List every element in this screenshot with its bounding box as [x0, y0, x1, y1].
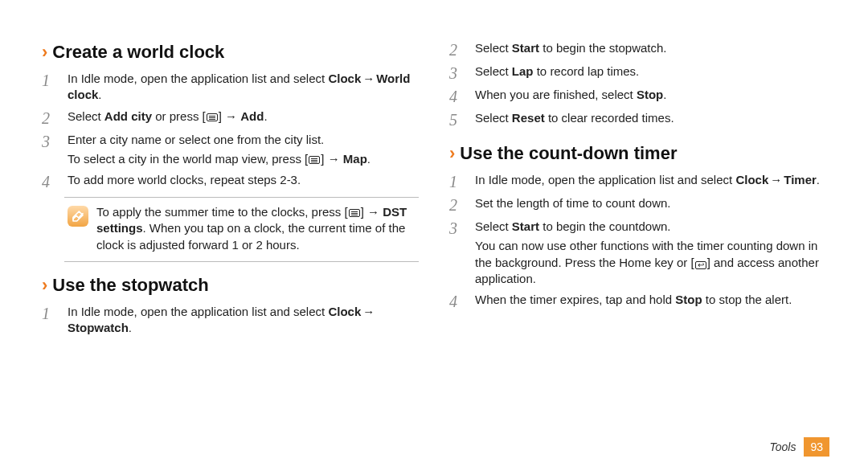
section-heading-timer: › Use the count-down timer [449, 143, 826, 164]
step-item: 2 Set the length of time to count down. [449, 195, 826, 214]
step-number: 4 [42, 172, 59, 190]
step-item: 4 When the timer expires, tap and hold S… [449, 292, 826, 310]
step-item: 3 Select Lap to record lap times. [449, 63, 826, 82]
footer-section: Tools [769, 440, 796, 453]
menu-icon [349, 209, 360, 217]
right-column: 2 Select Start to begin the stopwatch. 3… [449, 39, 826, 341]
step-number: 1 [42, 71, 59, 104]
step-text: In Idle mode, open the application list … [475, 172, 826, 190]
section-heading-world-clock: › Create a world clock [42, 42, 419, 63]
step-text: Select Lap to record lap times. [475, 63, 826, 82]
step-text: Set the length of time to count down. [475, 195, 826, 214]
step-text: Select Start to begin the stopwatch. [475, 40, 826, 59]
step-item: 3 Select Start to begin the countdown. Y… [449, 219, 826, 287]
chevron-icon: › [42, 43, 47, 61]
step-text: When the timer expires, tap and hold Sto… [475, 292, 826, 310]
step-text: When you are finished, select Stop. [475, 87, 826, 105]
section-heading-stopwatch: › Use the stopwatch [42, 275, 419, 296]
step-text: Select Add city or press [] → Add. [68, 109, 419, 127]
step-text: Select Reset to clear recorded times. [475, 110, 826, 129]
step-text: To add more world clocks, repeat steps 2… [68, 172, 419, 190]
step-item: 1 In Idle mode, open the application lis… [42, 304, 419, 337]
page-footer: Tools 93 [769, 437, 829, 457]
section-title: Use the count-down timer [460, 143, 677, 164]
step-number: 5 [449, 110, 467, 129]
step-text: Select Start to begin the countdown. You… [475, 219, 826, 287]
step-number: 1 [42, 304, 59, 337]
section-title: Use the stopwatch [52, 275, 208, 296]
step-number: 1 [449, 172, 467, 190]
step-number: 2 [449, 195, 467, 214]
step-number: 4 [449, 292, 467, 310]
menu-icon [207, 113, 218, 121]
section-title: Create a world clock [52, 42, 224, 63]
step-number: 3 [42, 132, 59, 168]
step-item: 5 Select Reset to clear recorded times. [449, 110, 826, 129]
note-box: To apply the summer time to the clocks, … [64, 197, 419, 262]
step-item: 1 In Idle mode, open the application lis… [449, 172, 826, 190]
step-number: 2 [449, 40, 467, 59]
manual-page: › Create a world clock 1 In Idle mode, o… [0, 0, 868, 389]
back-icon: ↩ [695, 261, 706, 269]
step-text: Enter a city name or select one from the… [68, 132, 419, 168]
step-item: 1 In Idle mode, open the application lis… [42, 71, 419, 104]
step-text: In Idle mode, open the application list … [68, 71, 419, 104]
step-item: 4 When you are finished, select Stop. [449, 87, 826, 105]
chevron-icon: › [449, 145, 455, 162]
note-text: To apply the summer time to the clocks, … [96, 204, 416, 253]
step-item: 2 Select Start to begin the stopwatch. [449, 40, 826, 59]
step-item: 2 Select Add city or press [] → Add. [42, 109, 419, 127]
left-column: › Create a world clock 1 In Idle mode, o… [42, 39, 419, 341]
chevron-icon: › [42, 276, 47, 294]
step-number: 2 [42, 109, 59, 127]
step-number: 3 [449, 63, 467, 82]
step-item: 4 To add more world clocks, repeat steps… [42, 172, 419, 190]
step-text: In Idle mode, open the application list … [68, 304, 419, 337]
page-number: 93 [804, 437, 829, 457]
step-number: 3 [449, 219, 467, 287]
step-number: 4 [449, 87, 467, 105]
menu-icon [309, 156, 320, 164]
note-icon [68, 206, 88, 227]
step-item: 3 Enter a city name or select one from t… [42, 132, 419, 168]
